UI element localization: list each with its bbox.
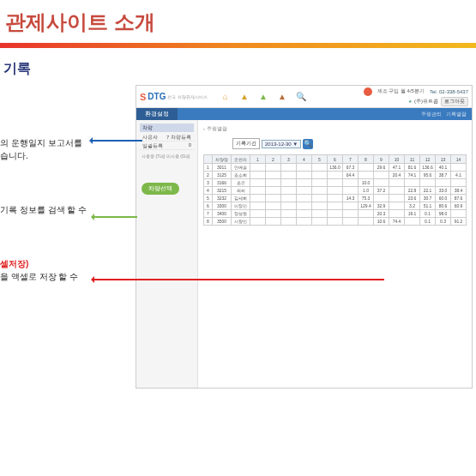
search-nav-icon[interactable]: 🔍 [295,91,307,103]
table-row[interactable]: 53232김세희14.375.323.630.760.087.6 [204,195,467,202]
sidebar-status: 사용중 (7대) 미사용 (0대) [140,154,194,159]
nav-icons: ⌂ ▲ ▲ ▲ 🔍 [220,91,307,103]
home-icon[interactable]: ⌂ [220,91,232,103]
col-header: 2 [266,155,281,164]
arrow-green [93,216,137,218]
sub-header: 환경설정 주행관리 기록열람 [136,108,472,120]
report-icon[interactable]: ▲ [276,91,288,103]
search-label: 기록기간 [232,138,260,149]
col-header: 6 [328,155,343,164]
col-header: 13 [436,155,451,164]
sidebar-row-batch[interactable]: 일괄등록0 [140,142,194,150]
col-header: 8 [359,155,374,164]
table-row[interactable]: 73400장성원20.319.10.198.0 [204,210,467,218]
table-row[interactable]: 33166조은10.0 [204,179,467,187]
slide-title: 관제사이트 소개 [0,0,476,43]
section-title: 기록 [0,48,476,81]
breadcrumb-right: 주행관리 기록열람 [421,111,472,118]
sidebar-header: 차량 [140,124,194,132]
header-info: 제조 구입 월 4/5분기 [377,87,425,95]
logo[interactable]: S DTG 전국 차량관제서비스 [140,92,208,102]
col-header: 11 [405,155,420,164]
table-header-row: 차량명운전자1234567891011121314 [204,155,467,164]
company: (주)위트콤 [414,98,438,105]
search-bar: 기록기간 2013-12-30 ▼ 🔍 [232,138,467,149]
note-2: 기록 정보를 검색 할 수 [0,203,129,216]
col-header: 9 [374,155,389,164]
date-picker[interactable]: 2013-12-30 ▼ [262,140,301,148]
col-header [204,155,213,164]
col-header: 차량명 [213,155,232,164]
breadcrumb: › 주행열람 [203,125,467,133]
col-header: 4 [297,155,312,164]
alert-icon [364,87,372,96]
logout-button[interactable]: 로그아웃 [441,97,468,106]
col-header: 7 [343,155,359,164]
annotation-column: 의 운행일지 보고서를 습니다. 기록 정보를 검색 할 수 셀저장) 을 액셀… [0,85,129,389]
sidebar-row-user[interactable]: 사용자7 차량등록 [140,133,194,142]
data-table: 차량명운전자1234567891011121314 13011안예솔136.06… [203,154,467,226]
app-header: S DTG 전국 차량관제서비스 ⌂ ▲ ▲ ▲ 🔍 제조 구입 월 4/5분기… [136,86,472,108]
table-row[interactable]: 23125조소희64.420.474.195.638.74.1 [204,172,467,179]
tab-env[interactable]: 환경설정 [136,108,178,120]
app-window: S DTG 전국 차량관제서비스 ⌂ ▲ ▲ ▲ 🔍 제조 구입 월 4/5분기… [136,85,473,389]
arrow-blue [91,140,142,142]
user-icon[interactable]: ▲ [238,91,250,103]
table-row[interactable]: 43215최씨1.037.222.822.133.038.4 [204,187,467,195]
table-row[interactable]: 63300이정민129.432.93.251.180.660.9 [204,202,467,210]
sidebar: 차량 사용자7 차량등록 일괄등록0 사용중 (7대) 미사용 (0대) 차량선… [136,120,198,388]
table-row[interactable]: 83500서창민10.674.40.10.391.2 [204,218,467,226]
col-header: 10 [389,155,405,164]
table-body: 13011안예솔136.067.329.647.181.6136.640.123… [204,164,467,226]
col-header: 5 [312,155,328,164]
col-header: 운전자 [232,155,250,164]
col-header: 12 [420,155,436,164]
search-button[interactable]: 🔍 [303,139,313,149]
main-panel: › 주행열람 기록기간 2013-12-30 ▼ 🔍 차량명운전자1234567… [198,120,472,388]
tel: Tel. 02-338-5437 [430,89,468,94]
excel-save-label: 셀저장) [0,257,129,270]
table-row[interactable]: 13011안예솔136.067.329.647.181.6136.640.1 [204,164,467,172]
col-header: 3 [281,155,297,164]
stats-icon[interactable]: ▲ [257,91,269,103]
col-header: 14 [451,155,467,164]
vehicle-select-button[interactable]: 차량선택 [142,183,179,195]
col-header: 1 [250,155,266,164]
